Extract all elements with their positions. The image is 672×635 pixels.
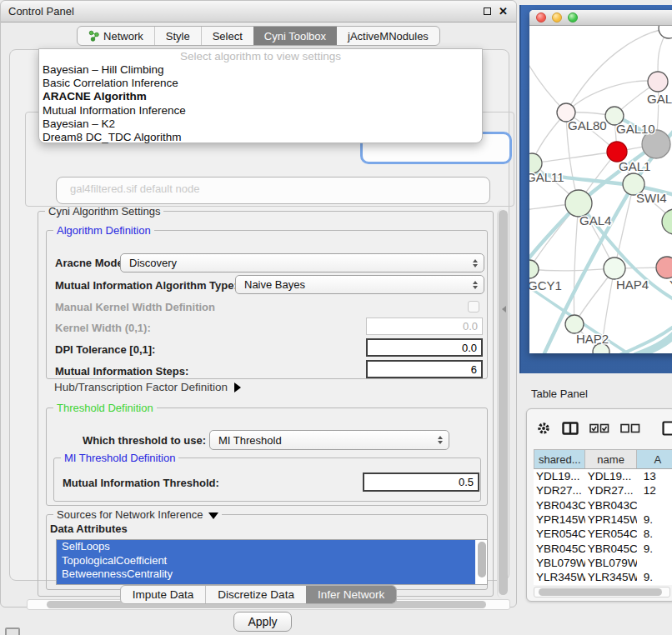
aracne-mode-combo[interactable]: Discovery [120, 253, 484, 272]
table-row[interactable]: YBR043CYBR043C [534, 498, 672, 512]
deselect-all-checkboxes-icon[interactable] [620, 423, 640, 433]
algorithm-option-mutual-information-inference[interactable]: Mutual Information Inference [39, 104, 482, 118]
hub-definition-label: Hub/Transcription Factor Definition [54, 381, 228, 393]
table-panel-area: Table Panel [517, 373, 672, 635]
network-edge [532, 152, 617, 163]
dpi-tolerance-input[interactable]: 0.0 [366, 338, 483, 357]
column-header-name[interactable]: name [585, 450, 636, 468]
table-row[interactable]: YIL052CYIL052C9. [534, 584, 672, 585]
node-label-gal80: GAL80 [568, 118, 607, 132]
tab-infer-network[interactable]: Infer Network [306, 586, 396, 603]
minimized-panel-icon[interactable] [5, 628, 20, 635]
table-row[interactable]: YDR27...YDR27...12 [534, 483, 672, 498]
control-panel-title: Control Panel [1, 5, 74, 18]
tab-discretize-data[interactable]: Discretize Data [205, 586, 306, 603]
node-label-hap4: HAP4 [616, 278, 649, 292]
algorithm-option-basic-correlation-inference[interactable]: Basic Correlation Inference [39, 77, 482, 90]
list-scrollbar-thumb[interactable] [478, 542, 486, 578]
attr-items-container: SelfLoopsTopologicalCoefficientBetweenne… [57, 540, 487, 585]
settings-vertical-scrollbar[interactable] [497, 209, 508, 598]
column-header-a[interactable]: A [637, 450, 672, 468]
network-canvas[interactable]: GALGAL80GAL10GAL1GAL11SWI4GAL4GCY1HAP4YH… [529, 26, 672, 353]
manual-kernel-checkbox[interactable] [468, 301, 479, 312]
attribute-item-betweennesscentrality[interactable]: BetweennessCentrality [57, 568, 475, 582]
tab-style[interactable]: Style [154, 27, 201, 45]
algorithm-dropdown-prompt: Select algorithm to view settings [39, 50, 482, 63]
apply-button[interactable]: Apply [233, 612, 292, 632]
tab-impute-data[interactable]: Impute Data [121, 586, 206, 603]
tab-network[interactable]: Network [78, 27, 154, 45]
mi-steps-input[interactable]: 6 [366, 360, 483, 378]
table-row[interactable]: YLR345WYLR345W9. [534, 570, 672, 584]
close-traffic-light-icon[interactable] [536, 12, 546, 22]
mi-threshold-input[interactable]: 0.5 [363, 472, 479, 492]
control-panel-window: Control Panel ✕ NetworkStyleSelectCyni T… [0, 0, 517, 608]
control-panel-tabs: NetworkStyleSelectCyni ToolboxjActiveMNo… [77, 26, 440, 46]
tab-label: Style [166, 30, 190, 42]
panel-divider-handle[interactable] [502, 306, 506, 312]
table-cell: YDR27... [585, 483, 637, 498]
node-gal[interactable] [648, 72, 668, 92]
gear-icon[interactable] [536, 421, 551, 436]
table-row[interactable]: YBR045CYBR045C9. [534, 541, 672, 555]
table-row[interactable]: YPR145WYPR145W9. [534, 512, 672, 527]
close-icon[interactable]: ✕ [499, 6, 508, 17]
mi-type-value: Naive Bayes [244, 278, 305, 291]
select-all-checkboxes-icon[interactable] [589, 423, 609, 433]
network-graph[interactable]: GALGAL80GAL10GAL1GAL11SWI4GAL4GCY1HAP4YH… [529, 26, 672, 353]
float-window-icon[interactable] [484, 8, 491, 15]
zoom-traffic-light-icon[interactable] [568, 12, 578, 22]
table-rows: YDL19...YDL19...13YDR27...YDR27...12YBR0… [534, 469, 672, 585]
node-y[interactable] [656, 257, 672, 278]
table-row[interactable]: YBL079WYBL079W [534, 556, 672, 570]
dpi-tolerance-value: 0.0 [462, 342, 477, 354]
table-cell: YBL079W [585, 556, 637, 570]
kernel-width-value: 0.0 [463, 320, 478, 332]
table-cell: YBR043C [534, 498, 585, 512]
node-hap4[interactable] [604, 258, 625, 279]
columns-icon[interactable] [562, 422, 579, 435]
mi-threshold-value: 0.5 [459, 476, 474, 488]
threshold-definition-legend: Threshold Definition [53, 402, 157, 414]
algorithm-option-bayesian-hill-climbing[interactable]: Bayesian – Hill Climbing [39, 63, 482, 77]
minimize-traffic-light-icon[interactable] [552, 12, 562, 22]
node-unlabeled[interactable] [662, 209, 672, 234]
tab-cyni-toolbox[interactable]: Cyni Toolbox [253, 27, 337, 45]
network-selector-combo[interactable]: gal4filtered.sif default node [56, 177, 490, 204]
node-label-gal11: GAL11 [529, 170, 564, 184]
data-attributes-list[interactable]: SelfLoopsTopologicalCoefficientBetweenne… [56, 539, 488, 585]
network-window[interactable]: GALGAL80GAL10GAL1GAL11SWI4GAL4GCY1HAP4YH… [529, 10, 672, 353]
table-row[interactable]: YDL19...YDL19...13 [534, 469, 672, 483]
table-cell: YIL052C [585, 584, 637, 585]
node-unlabeled[interactable] [659, 26, 672, 38]
algorithm-option-bayesian-k2[interactable]: Bayesian – K2 [39, 118, 482, 131]
tab-label: jActiveMNodules [348, 30, 429, 42]
table-cell: YPR145W [585, 512, 637, 527]
table-horizontal-scrollbar[interactable] [534, 587, 670, 598]
table-cell [637, 498, 672, 512]
table-hscroll-thumb[interactable] [539, 588, 662, 596]
hub-definition-toggle[interactable]: Hub/Transcription Factor Definition [54, 381, 241, 393]
kernel-width-input[interactable]: 0.0 [366, 318, 483, 335]
node-gcy1[interactable] [529, 260, 539, 278]
control-panel-titlebar[interactable]: Control Panel ✕ [1, 1, 516, 22]
attribute-item-topologicalcoefficient[interactable]: TopologicalCoefficient [57, 554, 475, 568]
tab-select[interactable]: Select [201, 27, 253, 45]
sources-legend[interactable]: Sources for Network Inference [53, 508, 222, 521]
algorithm-option-aracne-algorithm[interactable]: ARACNE Algorithm [39, 90, 482, 103]
algorithm-definition-legend: Algorithm Definition [53, 224, 154, 237]
column-header-shared[interactable]: shared... [534, 450, 585, 468]
table-cell: 9. [637, 541, 672, 555]
settings-vscroll-thumb[interactable] [499, 210, 508, 595]
aracne-mode-value: Discovery [129, 257, 177, 269]
node-hap2[interactable] [565, 315, 584, 333]
network-selector-value: gal4filtered.sif default node [70, 182, 199, 195]
tab-jactivemnodules[interactable]: jActiveMNodules [337, 27, 439, 45]
table-row[interactable]: YER054CYER054C8. [534, 527, 672, 541]
algorithm-option-dream8-dc-tdc-algorithm[interactable]: Dream8 DC_TDC Algorithm [39, 131, 482, 144]
attribute-item-selfloops[interactable]: SelfLoops [57, 540, 475, 554]
mi-type-combo[interactable]: Naive Bayes [235, 275, 484, 294]
new-table-icon[interactable] [662, 421, 672, 436]
which-threshold-combo[interactable]: MI Threshold [209, 430, 449, 450]
network-window-titlebar[interactable] [529, 10, 672, 26]
